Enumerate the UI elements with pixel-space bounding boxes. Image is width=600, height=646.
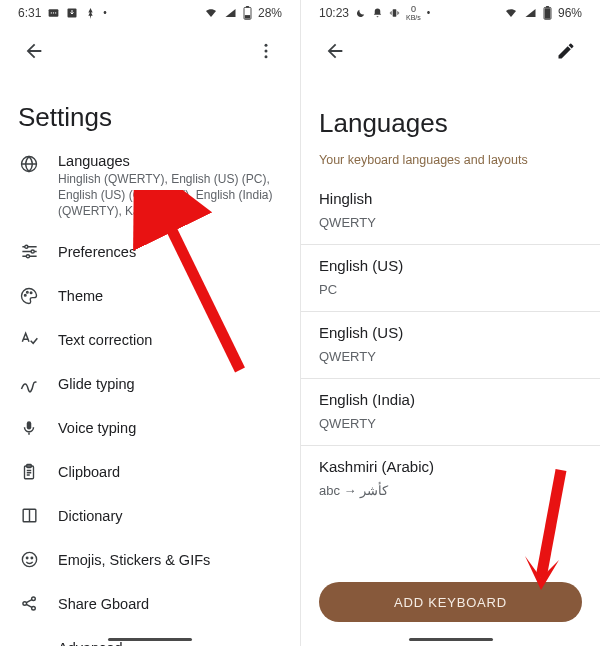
svg-point-10 (265, 55, 268, 58)
language-name: Kashmiri (Arabic) (319, 458, 582, 475)
settings-item-languages[interactable]: Languages Hinglish (QWERTY), English (US… (0, 147, 300, 230)
settings-item-dictionary[interactable]: Dictionary (0, 494, 300, 538)
download-icon (66, 7, 78, 19)
share-icon (18, 593, 40, 615)
item-title: Languages (58, 153, 278, 169)
settings-item-theme[interactable]: Theme (0, 274, 300, 318)
svg-point-1 (51, 12, 52, 13)
battery-pct: 96% (558, 6, 582, 20)
item-title: Voice typing (58, 420, 136, 436)
svg-point-26 (31, 597, 35, 601)
screen-settings: 6:31 • 28% Settings Languages Hinglish (… (0, 0, 300, 646)
language-name: Hinglish (319, 190, 582, 207)
status-more: • (427, 8, 431, 18)
status-bar: 6:31 • 28% (0, 0, 300, 24)
nav-pill[interactable] (108, 638, 192, 641)
language-row[interactable]: English (US) PC (301, 245, 600, 312)
status-more: • (103, 8, 107, 18)
add-keyboard-label: ADD KEYBOARD (394, 595, 507, 610)
settings-item-voice[interactable]: Voice typing (0, 406, 300, 450)
svg-rect-34 (545, 8, 551, 19)
language-layout: PC (319, 282, 582, 297)
nav-pill[interactable] (409, 638, 493, 641)
svg-point-9 (265, 50, 268, 53)
svg-rect-7 (245, 15, 250, 19)
gesture-icon (18, 373, 40, 395)
wifi-icon (204, 7, 218, 19)
settings-item-emoji[interactable]: Emojis, Stickers & GIFs (0, 538, 300, 582)
svg-point-23 (26, 557, 28, 559)
battery-pct: 28% (258, 6, 282, 20)
status-time: 10:23 (319, 6, 349, 20)
language-layout: QWERTY (319, 416, 582, 431)
language-layout: abc → كأشر (319, 483, 582, 498)
language-row[interactable]: Kashmiri (Arabic) abc → كأشر (301, 446, 600, 512)
status-bar: 10:23 0 KB/s • 96% (301, 0, 600, 24)
language-list: Hinglish QWERTY English (US) PC English … (301, 177, 600, 512)
back-button[interactable] (315, 31, 355, 71)
clipboard-icon (18, 461, 40, 483)
language-row[interactable]: English (India) QWERTY (301, 379, 600, 446)
item-subtitle: Hinglish (QWERTY), English (US) (PC), En… (58, 171, 278, 220)
svg-rect-31 (393, 9, 397, 16)
svg-point-24 (31, 557, 33, 559)
signal-icon (524, 7, 537, 19)
settings-item-advanced[interactable]: Advanced (0, 626, 300, 646)
spellcheck-icon (18, 329, 40, 351)
item-title: Dictionary (58, 508, 122, 524)
screen-languages: 10:23 0 KB/s • 96% Languages Your keyboa… (300, 0, 600, 646)
item-title: Share Gboard (58, 596, 149, 612)
svg-point-22 (22, 552, 36, 566)
add-keyboard-button[interactable]: ADD KEYBOARD (319, 582, 582, 622)
svg-point-14 (26, 255, 29, 258)
item-title: Clipboard (58, 464, 120, 480)
language-layout: QWERTY (319, 215, 582, 230)
item-title: Theme (58, 288, 103, 304)
svg-rect-18 (28, 432, 30, 434)
item-title: Preferences (58, 244, 136, 260)
svg-rect-33 (546, 6, 549, 7)
globe-icon (18, 153, 40, 175)
vibrate-icon (389, 7, 400, 19)
language-row[interactable]: Hinglish QWERTY (301, 178, 600, 245)
language-name: English (India) (319, 391, 582, 408)
book-icon (18, 505, 40, 527)
palette-icon (18, 285, 40, 307)
svg-point-17 (30, 291, 32, 293)
item-title: Emojis, Stickers & GIFs (58, 552, 210, 568)
wifi-icon (504, 7, 518, 19)
net-speed: 0 KB/s (406, 5, 421, 21)
app-bar (0, 24, 300, 78)
page-title: Languages (301, 78, 600, 153)
svg-point-16 (27, 291, 29, 293)
language-name: English (US) (319, 257, 582, 274)
svg-point-13 (31, 250, 34, 253)
settings-item-clipboard[interactable]: Clipboard (0, 450, 300, 494)
edit-button[interactable] (546, 31, 586, 71)
settings-item-textcorrection[interactable]: Text correction (0, 318, 300, 362)
settings-item-share[interactable]: Share Gboard (0, 582, 300, 626)
svg-point-15 (24, 294, 26, 296)
overflow-menu-button[interactable] (246, 31, 286, 71)
message-icon (47, 7, 60, 20)
bell-icon (372, 7, 383, 19)
svg-point-25 (22, 602, 26, 606)
language-name: English (US) (319, 324, 582, 341)
back-button[interactable] (14, 31, 54, 71)
signal-icon (224, 7, 237, 19)
svg-point-8 (265, 44, 268, 47)
app-bar (301, 24, 600, 78)
language-row[interactable]: English (US) QWERTY (301, 312, 600, 379)
item-title: Text correction (58, 332, 152, 348)
more-horiz-icon (18, 637, 40, 646)
moon-icon (355, 8, 366, 19)
svg-rect-6 (246, 6, 249, 7)
language-layout: QWERTY (319, 349, 582, 364)
settings-item-glide[interactable]: Glide typing (0, 362, 300, 406)
svg-point-27 (31, 606, 35, 610)
page-title: Settings (0, 78, 300, 147)
item-title: Glide typing (58, 376, 135, 392)
battery-icon (243, 6, 252, 20)
battery-icon (543, 6, 552, 20)
settings-item-preferences[interactable]: Preferences (0, 230, 300, 274)
